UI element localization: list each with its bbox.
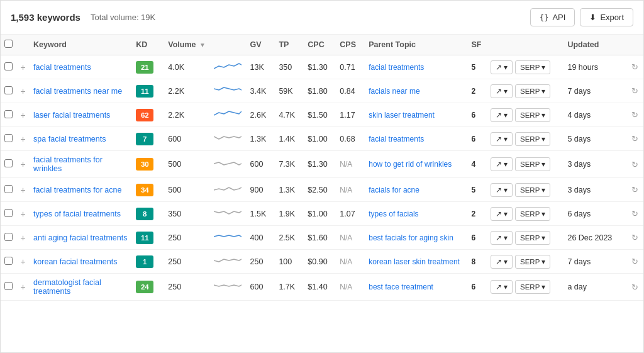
parent-topic-link[interactable]: best facials for aging skin <box>369 233 453 242</box>
parent-topic-link[interactable]: facial treatments <box>369 135 424 143</box>
trend-sparkline <box>214 157 242 170</box>
row-checkbox[interactable] <box>4 233 13 241</box>
row-add-cell: + <box>17 202 30 226</box>
parent-topic-link[interactable]: facial treatments <box>369 63 424 72</box>
row-checkbox[interactable] <box>4 86 13 94</box>
row-cpc-cell: $1.80 <box>304 79 336 103</box>
kd-badge: 1 <box>136 255 153 268</box>
kd-badge: 7 <box>136 133 153 145</box>
row-checkbox-cell <box>1 178 17 202</box>
keyword-link[interactable]: dermatologist facial treatments <box>33 278 101 296</box>
serp-label: SERP <box>520 210 540 218</box>
api-button[interactable]: {} API <box>530 8 575 26</box>
keyword-link[interactable]: korean facial treatments <box>33 257 117 266</box>
header-volume[interactable]: Volume ▼ <box>164 35 210 55</box>
add-keyword-button[interactable]: + <box>21 282 26 292</box>
serp-button[interactable]: SERP ▾ <box>515 157 550 171</box>
row-checkbox[interactable] <box>4 282 13 290</box>
row-checkbox[interactable] <box>4 185 13 193</box>
serp-button[interactable]: SERP ▾ <box>515 280 550 294</box>
trend-dropdown-arrow: ▾ <box>504 283 508 291</box>
row-checkbox[interactable] <box>4 257 13 265</box>
add-keyword-button[interactable]: + <box>21 159 26 169</box>
row-tp-cell: 1.7K <box>275 274 304 301</box>
row-updated-cell: 4 days <box>564 103 628 127</box>
trend-button[interactable]: ↗ ▾ <box>491 108 513 122</box>
refresh-icon[interactable]: ↻ <box>631 160 638 169</box>
row-cpc-cell: $1.00 <box>304 127 336 151</box>
trend-icon: ↗ <box>496 111 502 120</box>
row-checkbox[interactable] <box>4 159 13 167</box>
serp-dropdown-arrow: ▾ <box>541 160 545 169</box>
parent-topic-link[interactable]: types of facials <box>369 210 418 218</box>
trend-button[interactable]: ↗ ▾ <box>491 255 513 269</box>
header-cps: CPS <box>336 35 365 55</box>
trend-button[interactable]: ↗ ▾ <box>491 157 513 171</box>
trend-button[interactable]: ↗ ▾ <box>491 280 513 294</box>
keyword-link[interactable]: facial treatments for wrinkles <box>33 155 103 173</box>
add-keyword-button[interactable]: + <box>21 62 26 72</box>
serp-button[interactable]: SERP ▾ <box>515 108 550 122</box>
add-keyword-button[interactable]: + <box>21 86 26 96</box>
row-checkbox[interactable] <box>4 110 13 118</box>
row-checkbox[interactable] <box>4 134 13 142</box>
keyword-link[interactable]: facial treatments near me <box>33 87 122 96</box>
add-keyword-button[interactable]: + <box>21 233 26 243</box>
refresh-icon[interactable]: ↻ <box>631 62 638 72</box>
trend-button[interactable]: ↗ ▾ <box>491 183 513 197</box>
serp-label: SERP <box>520 258 540 266</box>
parent-topic-link[interactable]: facials near me <box>369 87 419 96</box>
refresh-icon[interactable]: ↻ <box>631 110 638 120</box>
refresh-icon[interactable]: ↻ <box>631 233 638 242</box>
serp-button[interactable]: SERP ▾ <box>515 84 550 98</box>
serp-button[interactable]: SERP ▾ <box>515 183 550 197</box>
refresh-icon[interactable]: ↻ <box>631 283 638 292</box>
keyword-link[interactable]: spa facial treatments <box>33 135 106 143</box>
trend-button[interactable]: ↗ ▾ <box>491 60 513 74</box>
trend-sparkline <box>214 132 242 144</box>
add-keyword-button[interactable]: + <box>21 185 26 195</box>
row-cps-cell: 1.07 <box>336 202 365 226</box>
parent-topic-link[interactable]: skin laser treatment <box>369 111 435 120</box>
keyword-link[interactable]: facial treatments for acne <box>33 186 121 194</box>
refresh-icon[interactable]: ↻ <box>631 86 638 96</box>
parent-topic-link[interactable]: best face treatment <box>369 283 433 291</box>
row-parent-cell: facials near me <box>365 79 467 103</box>
serp-button[interactable]: SERP ▾ <box>515 255 550 269</box>
add-keyword-button[interactable]: + <box>21 257 26 267</box>
keyword-link[interactable]: anti aging facial treatments <box>33 233 127 242</box>
serp-button[interactable]: SERP ▾ <box>515 60 550 74</box>
trend-dropdown-arrow: ▾ <box>504 160 508 169</box>
export-button[interactable]: ⬇ Export <box>580 8 633 26</box>
keyword-link[interactable]: laser facial treatments <box>33 111 110 120</box>
trend-button[interactable]: ↗ ▾ <box>491 132 513 146</box>
row-cpc-cell: $2.50 <box>304 178 336 202</box>
add-keyword-button[interactable]: + <box>21 209 26 219</box>
row-checkbox[interactable] <box>4 209 13 217</box>
action-group: ↗ ▾ SERP ▾ <box>491 255 560 269</box>
parent-topic-link[interactable]: korean laser skin treatment <box>369 257 460 266</box>
trend-button[interactable]: ↗ ▾ <box>491 207 513 221</box>
refresh-icon[interactable]: ↻ <box>631 134 638 143</box>
sf-value: 2 <box>471 87 475 96</box>
action-group: ↗ ▾ SERP ▾ <box>491 84 560 98</box>
add-keyword-button[interactable]: + <box>21 134 26 144</box>
parent-topic-link[interactable]: how to get rid of wrinkles <box>369 160 452 169</box>
trend-button[interactable]: ↗ ▾ <box>491 84 513 98</box>
keyword-link[interactable]: facial treatments <box>33 63 91 72</box>
serp-button[interactable]: SERP ▾ <box>515 132 550 146</box>
row-add-cell: + <box>17 55 30 79</box>
serp-button[interactable]: SERP ▾ <box>515 231 550 245</box>
row-parent-cell: facial treatments <box>365 127 467 151</box>
serp-button[interactable]: SERP ▾ <box>515 207 550 221</box>
api-label: API <box>552 13 565 22</box>
row-checkbox[interactable] <box>4 62 13 70</box>
refresh-icon[interactable]: ↻ <box>631 257 638 266</box>
refresh-icon[interactable]: ↻ <box>631 185 638 194</box>
refresh-icon[interactable]: ↻ <box>631 209 638 218</box>
parent-topic-link[interactable]: facials for acne <box>369 186 419 194</box>
add-keyword-button[interactable]: + <box>21 110 26 120</box>
trend-button[interactable]: ↗ ▾ <box>491 231 513 245</box>
select-all-checkbox[interactable] <box>4 40 13 48</box>
keyword-link[interactable]: types of facial treatments <box>33 210 121 218</box>
